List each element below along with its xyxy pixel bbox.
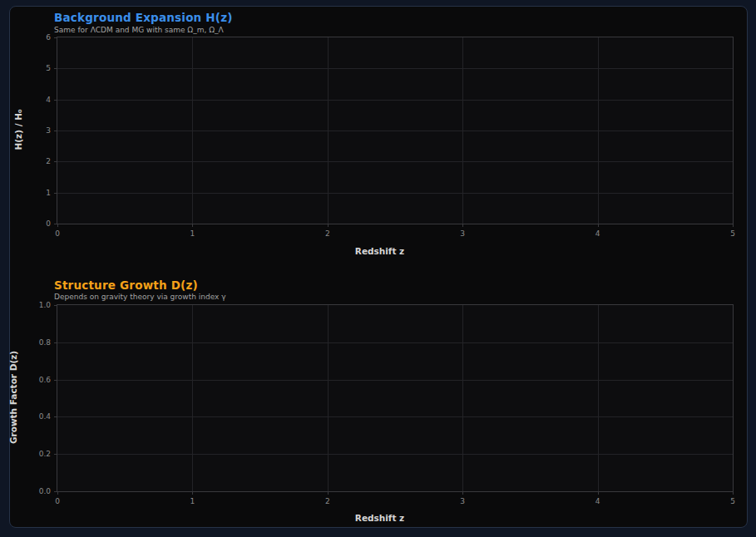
x-tick-label: 3: [460, 497, 465, 505]
charts-card: Background Expansion H(z) Same for ΛCDM …: [9, 6, 748, 528]
y-tick-label: 1: [46, 189, 51, 197]
y-tick-label: 1.0: [39, 301, 51, 309]
gridline-vertical: [328, 305, 329, 491]
y-tick-label: 4: [46, 96, 51, 104]
y-tick-mark: [54, 454, 57, 455]
x-tick-label: 0: [55, 229, 60, 238]
x-tick-label: 1: [190, 229, 195, 238]
x-tick-mark: [598, 224, 599, 227]
y-tick-label: 0.4: [39, 412, 51, 421]
y-tick-mark: [54, 68, 57, 69]
x-tick-label: 4: [595, 229, 600, 238]
x-tick-label: 0: [55, 497, 60, 505]
gridline-vertical: [462, 305, 463, 491]
gridline-horizontal: [57, 100, 733, 101]
y-tick-label: 0.0: [39, 487, 51, 495]
gridline-horizontal: [57, 342, 733, 343]
plot-area-structure-growth: 0123450.00.20.40.60.81.0: [57, 304, 734, 492]
x-tick-label: 2: [325, 497, 330, 505]
plot-area-background-expansion: 0123450123456: [57, 37, 734, 224]
y-tick-mark: [54, 491, 57, 492]
x-tick-mark: [57, 491, 58, 495]
x-tick-label: 5: [730, 497, 735, 505]
x-tick-mark: [57, 224, 58, 227]
chart-subtitle-background-expansion: Same for ΛCDM and MG with same Ω_m, Ω_Λ: [54, 26, 224, 34]
y-tick-mark: [54, 224, 57, 224]
y-tick-mark: [54, 100, 57, 101]
x-tick-label: 3: [460, 229, 465, 238]
x-axis-label-redshift-top: Redshift z: [42, 246, 718, 256]
y-tick-mark: [54, 37, 57, 38]
y-tick-label: 0: [46, 219, 51, 228]
gridline-vertical: [598, 305, 599, 491]
gridline-horizontal: [57, 68, 733, 69]
app-background: Background Expansion H(z) Same for ΛCDM …: [0, 0, 756, 537]
y-tick-label: 3: [46, 126, 51, 135]
chart-subtitle-structure-growth: Depends on gravity theory via growth ind…: [54, 293, 226, 301]
x-tick-mark: [733, 224, 734, 227]
x-tick-mark: [598, 491, 599, 495]
x-tick-mark: [328, 491, 329, 495]
x-tick-label: 4: [595, 497, 600, 505]
x-axis-label-redshift-bottom: Redshift z: [42, 513, 718, 523]
y-tick-label: 6: [46, 33, 51, 42]
x-tick-label: 5: [730, 229, 735, 238]
y-tick-label: 0.6: [39, 376, 51, 384]
gridline-horizontal: [57, 193, 733, 194]
y-tick-mark: [54, 416, 57, 417]
y-tick-label: 0.8: [39, 338, 51, 347]
y-tick-label: 5: [46, 64, 51, 72]
y-tick-mark: [54, 305, 57, 306]
x-tick-mark: [192, 224, 193, 227]
y-tick-mark: [54, 342, 57, 343]
gridline-horizontal: [57, 416, 733, 417]
x-tick-mark: [328, 224, 329, 227]
y-tick-label: 0.2: [39, 450, 51, 458]
x-tick-mark: [462, 491, 463, 495]
x-tick-label: 2: [325, 229, 330, 238]
y-axis-label-hz-h0: H(z) / H₀: [13, 37, 25, 223]
y-tick-mark: [54, 161, 57, 162]
y-tick-mark: [54, 193, 57, 194]
gridline-horizontal: [57, 380, 733, 381]
gridline-horizontal: [57, 131, 733, 131]
y-tick-mark: [54, 380, 57, 381]
x-tick-label: 1: [190, 497, 195, 505]
gridline-horizontal: [57, 161, 733, 162]
chart-title-background-expansion: Background Expansion H(z): [54, 11, 233, 24]
x-tick-mark: [192, 491, 193, 495]
chart-title-structure-growth: Structure Growth D(z): [54, 278, 198, 292]
y-tick-label: 2: [46, 157, 51, 165]
y-tick-mark: [54, 131, 57, 131]
gridline-horizontal: [57, 454, 733, 455]
x-tick-mark: [733, 491, 734, 495]
y-axis-label-growth-factor: Growth Factor D(z): [8, 304, 20, 490]
gridline-vertical: [192, 305, 193, 491]
x-tick-mark: [462, 224, 463, 227]
